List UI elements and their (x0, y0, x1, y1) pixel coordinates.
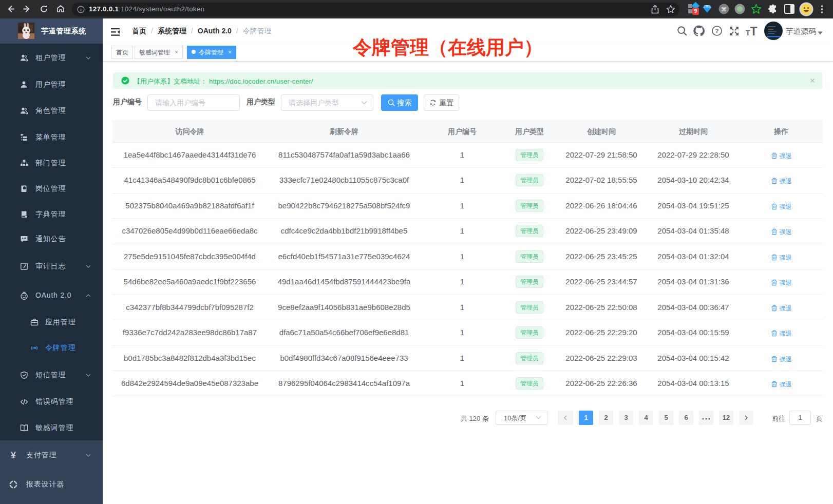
svg-text:?: ? (715, 28, 718, 34)
svg-text:¥: ¥ (11, 451, 16, 459)
svg-text:⌘: ⌘ (721, 6, 727, 12)
